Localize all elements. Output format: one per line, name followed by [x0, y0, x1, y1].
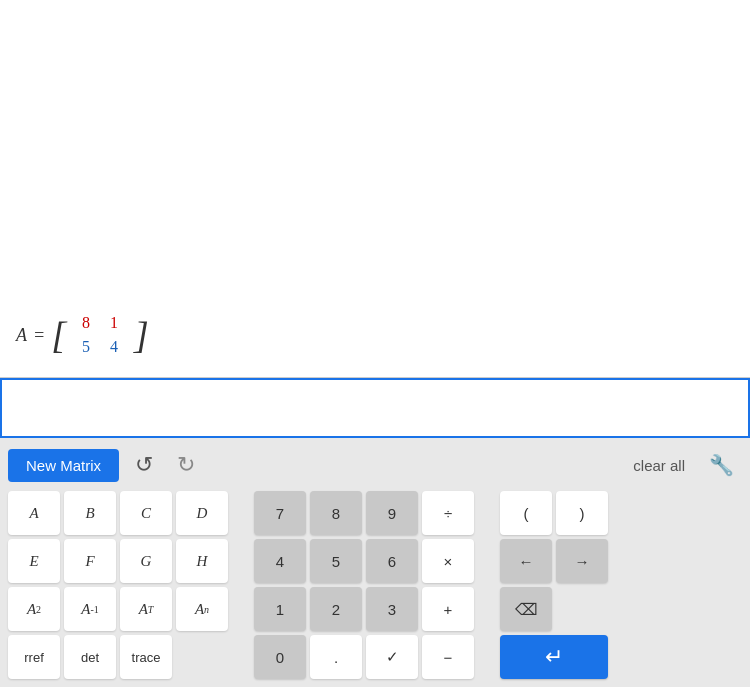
new-matrix-button[interactable]: New Matrix: [8, 449, 119, 482]
bracket-left: [: [51, 316, 66, 354]
key-divide[interactable]: ÷: [422, 491, 474, 535]
undo-button[interactable]: ↺: [127, 448, 161, 482]
key-close-paren[interactable]: ): [556, 491, 608, 535]
matrix-variable: A: [16, 325, 27, 346]
key-H[interactable]: H: [176, 539, 228, 583]
key-A-inverse[interactable]: A-1: [64, 587, 116, 631]
matrix-grid: 8 1 5 4: [66, 309, 134, 361]
key-G[interactable]: G: [120, 539, 172, 583]
var-keys: A B C D E F G H A2 A-1 AT An rref det tr…: [8, 491, 228, 679]
bracket-right: ]: [134, 316, 149, 354]
redo-button[interactable]: ↻: [169, 448, 203, 482]
key-trace[interactable]: trace: [120, 635, 172, 679]
key-C[interactable]: C: [120, 491, 172, 535]
key-plus[interactable]: +: [422, 587, 474, 631]
key-B[interactable]: B: [64, 491, 116, 535]
clear-all-button[interactable]: clear all: [625, 453, 693, 478]
key-det[interactable]: det: [64, 635, 116, 679]
key-right-arrow[interactable]: →: [556, 539, 608, 583]
matrix-cell-1-1: 4: [110, 338, 118, 356]
display-area: A = [ 8 1 5 4 ]: [0, 0, 750, 378]
key-8[interactable]: 8: [310, 491, 362, 535]
key-3[interactable]: 3: [366, 587, 418, 631]
expression-input[interactable]: [0, 378, 750, 438]
key-A-n[interactable]: An: [176, 587, 228, 631]
equals-sign: =: [33, 325, 45, 346]
key-minus[interactable]: −: [422, 635, 474, 679]
matrix-expression: A = [ 8 1 5 4 ]: [16, 309, 734, 361]
key-A-squared[interactable]: A2: [8, 587, 60, 631]
key-check[interactable]: ✓: [366, 635, 418, 679]
key-F[interactable]: F: [64, 539, 116, 583]
settings-button[interactable]: 🔧: [701, 449, 742, 481]
key-enter[interactable]: ↵: [500, 635, 608, 679]
key-5[interactable]: 5: [310, 539, 362, 583]
matrix-bracket-wrap: [ 8 1 5 4 ]: [51, 309, 149, 361]
key-E[interactable]: E: [8, 539, 60, 583]
keypad-rows: A B C D E F G H A2 A-1 AT An rref det tr…: [8, 491, 742, 679]
key-A-transpose[interactable]: AT: [120, 587, 172, 631]
key-open-paren[interactable]: (: [500, 491, 552, 535]
key-backspace[interactable]: ⌫: [500, 587, 552, 631]
matrix-cell-1-0: 5: [82, 338, 90, 356]
key-1[interactable]: 1: [254, 587, 306, 631]
key-D[interactable]: D: [176, 491, 228, 535]
right-keys: ( ) ← → ⌫ ↵: [500, 491, 608, 679]
matrix-cell-0-0: 8: [82, 314, 90, 332]
key-0[interactable]: 0: [254, 635, 306, 679]
key-multiply[interactable]: ×: [422, 539, 474, 583]
key-left-arrow[interactable]: ←: [500, 539, 552, 583]
calc-panel: New Matrix ↺ ↻ clear all 🔧 A B C D E F G…: [0, 438, 750, 687]
key-9[interactable]: 9: [366, 491, 418, 535]
key-2[interactable]: 2: [310, 587, 362, 631]
key-4[interactable]: 4: [254, 539, 306, 583]
key-6[interactable]: 6: [366, 539, 418, 583]
toolbar-row: New Matrix ↺ ↻ clear all 🔧: [8, 446, 742, 486]
num-keys: 7 8 9 ÷ 4 5 6 × 1 2 3 + 0 . ✓ −: [254, 491, 474, 679]
key-dot[interactable]: .: [310, 635, 362, 679]
key-rref[interactable]: rref: [8, 635, 60, 679]
key-7[interactable]: 7: [254, 491, 306, 535]
key-A[interactable]: A: [8, 491, 60, 535]
matrix-cell-0-1: 1: [110, 314, 118, 332]
